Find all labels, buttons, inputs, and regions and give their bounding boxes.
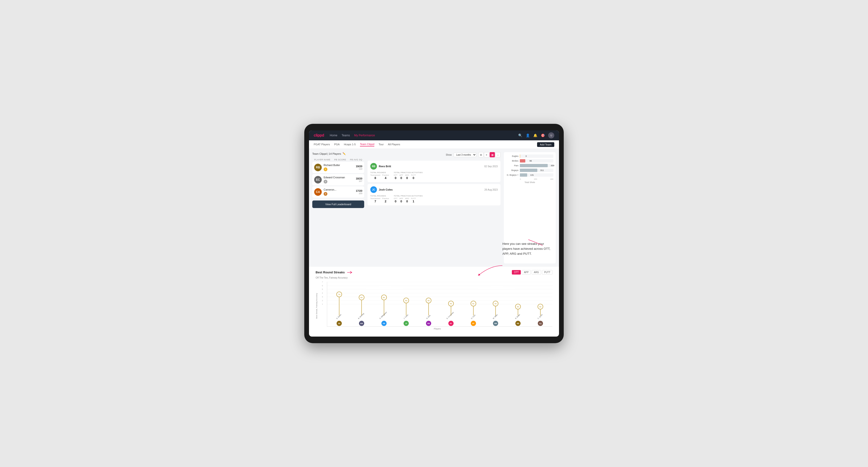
subnav-team-clippd[interactable]: Team Clippd (360, 143, 374, 147)
streak-bubble: 3x (515, 304, 521, 309)
subnav-all-players[interactable]: All Players (388, 143, 400, 146)
practice-stat-2: Practice 2 (382, 197, 389, 203)
annotation-text: Here you can see streaks your players ha… (502, 242, 554, 256)
subnav-tour[interactable]: Tour (379, 143, 383, 146)
subnav-hcaps[interactable]: Hcaps 1-5 (344, 143, 356, 146)
streak-line (339, 294, 339, 316)
card-top-1: RB Rees Britt 02 Sep 2023 (370, 163, 498, 169)
streak-player-name: B. McHarg (358, 313, 365, 319)
chart-bar-value: 3 (526, 155, 527, 157)
view-icons: ⊞ ≡ ▦ ↓ (478, 152, 500, 157)
period-select[interactable]: Last 3 months (454, 153, 476, 157)
player-row[interactable]: RB Richard Butler 1 19/20 110 (312, 162, 364, 173)
card-stats-2: Total Rounds Tournament 7 Practice 2 (370, 195, 498, 203)
practice-activities-group-1: Total Practice Activities OTT 0 APP 0 (394, 172, 423, 180)
edit-icon[interactable]: ✏️ (342, 152, 346, 155)
practice-activities-group-2: Total Practice Activities OTT 0 APP 0 (394, 195, 423, 203)
view-leaderboard-button[interactable]: View Full Leaderboard (312, 200, 364, 208)
player-info-1: Richard Butler 1 (323, 164, 340, 171)
col-player: PLAYER NAME (314, 158, 331, 161)
total-rounds-group-2: Total Rounds Tournament 7 Practice 2 (370, 195, 389, 203)
stat-tab-app[interactable]: APP (522, 270, 531, 275)
player-badge-1: 1 (323, 167, 328, 171)
search-icon[interactable]: 🔍 (518, 133, 522, 137)
streak-bar-col: 5xR. BrittRB (418, 284, 439, 326)
table-view-btn[interactable]: ↓ (495, 152, 500, 157)
chart-bar-row: D. Bogeys + 131 (506, 173, 553, 177)
grid-label: 1 (322, 303, 323, 305)
grid-label: 7 (322, 281, 323, 283)
nav-home[interactable]: Home (330, 134, 337, 137)
stat-tab-ott[interactable]: OTT (512, 270, 521, 275)
streak-player-avatar: CQ (538, 321, 543, 326)
card-date-1: 02 Sep 2023 (484, 165, 498, 168)
streak-bubble: 5x (426, 298, 431, 303)
card-stats-1: Total Rounds Tournament 8 Practice 4 (370, 172, 498, 180)
putt-val-1: 0 (412, 176, 414, 180)
grid-view-btn[interactable]: ⊞ (478, 152, 484, 157)
list-view-btn[interactable]: ≡ (484, 152, 489, 157)
ott-stat-1: OTT 0 (394, 174, 398, 180)
nav-teams[interactable]: Teams (342, 134, 350, 137)
user-avatar[interactable]: U (548, 132, 554, 138)
player-card-2: JC Josh Coles 26 Aug 2023 Total Rounds T… (368, 184, 500, 206)
nav-my-performance[interactable]: My Performance (354, 134, 375, 137)
chart-bar-fill: 311 (520, 168, 537, 172)
player-name-2: Edward Crossman (323, 176, 345, 179)
card-name-1: Rees Britt (379, 165, 391, 168)
streak-bubble: 4x (470, 301, 476, 306)
putt-val-2: 1 (412, 199, 414, 203)
chart-bar-label: Eagles (506, 155, 519, 157)
subnav-pga[interactable]: PGA (334, 143, 340, 146)
player-row-3[interactable]: CA Cameron... 3 17/20 103 (312, 186, 364, 198)
player-pb-avg-2: 107 (356, 180, 362, 182)
team-header: Team Clippd | 14 Players ✏️ (312, 152, 364, 155)
bottom-section: Best Round Streaks OTT APP ARG PUTT O (312, 267, 556, 333)
streak-chart: 12345677xE. EwertEE6xB. McHargBM6xD. Bil… (327, 282, 552, 326)
subnav-pgat[interactable]: PGAT Players (314, 143, 330, 146)
add-team-button[interactable]: Add Team (537, 142, 554, 147)
ott-val-2: 0 (395, 199, 397, 203)
bar-chart: Eagles 3 Birdies 96 Pars 499 Bogeys 311 … (506, 154, 553, 177)
arg-val-1: 0 (406, 176, 408, 180)
player-pb-avg-3: 103 (356, 192, 362, 195)
total-rounds-group-1: Total Rounds Tournament 8 Practice 4 (370, 172, 389, 180)
putt-stat-2: PUTT 1 (411, 197, 416, 203)
ott-val-1: 0 (395, 176, 397, 180)
chart-bar-fill: 3 (520, 154, 520, 158)
streak-player-avatar: EE (337, 321, 342, 326)
player-row-2[interactable]: EC Edward Crossman 2 18/20 107 (312, 174, 364, 185)
person-icon[interactable]: 👤 (526, 133, 530, 137)
x-axis-label: Players (322, 328, 552, 330)
card-view-btn[interactable]: ▦ (490, 152, 495, 157)
navbar: clippd Home Teams My Performance 🔍 👤 🔔 🎯… (309, 130, 559, 140)
chart-bar-row: Bogeys 311 (506, 168, 553, 172)
chart-bar-row: Eagles 3 (506, 154, 553, 158)
card-avatar-2: JC (370, 186, 377, 193)
rounds-label-2: Total Rounds (370, 195, 389, 197)
streak-bar-col: 4xE. CrossmanEC (441, 284, 461, 326)
bell-icon[interactable]: 🔔 (533, 133, 537, 137)
table-header: PLAYER NAME PB SCORE PB AVG SQ (312, 158, 364, 162)
streak-bubble: 6x (359, 294, 365, 300)
best-round-header-left: Best Round Streaks (316, 271, 354, 274)
stat-tab-putt[interactable]: PUTT (542, 270, 552, 275)
streak-bubble: 3x (537, 304, 543, 309)
streak-bubble: 5x (403, 298, 409, 303)
streak-player-avatar: RB (516, 321, 521, 326)
streak-bar-col: 3xC. QuickCQ (530, 284, 551, 326)
tablet-screen: clippd Home Teams My Performance 🔍 👤 🔔 🎯… (309, 130, 559, 337)
player-name-1: Richard Butler (323, 164, 340, 166)
stat-tab-arg[interactable]: ARG (532, 270, 541, 275)
player-pb-avg-1: 110 (356, 168, 362, 170)
streak-player-name: E. Crossman (446, 311, 454, 319)
player-info-3: Cameron... 3 (323, 188, 336, 196)
main-wrapper: Team Clippd | 14 Players ✏️ PLAYER NAME … (309, 149, 559, 333)
tournament-val-2: 7 (375, 199, 376, 203)
grid-line (327, 282, 552, 282)
target-icon[interactable]: 🎯 (540, 133, 545, 137)
practice-val-2: 2 (385, 199, 386, 203)
streak-player-name: R. Britt (426, 315, 431, 319)
player-pb-score-2: 18/20 (356, 177, 362, 180)
streak-bar-col: 3xR. ButlerRB (508, 284, 528, 326)
